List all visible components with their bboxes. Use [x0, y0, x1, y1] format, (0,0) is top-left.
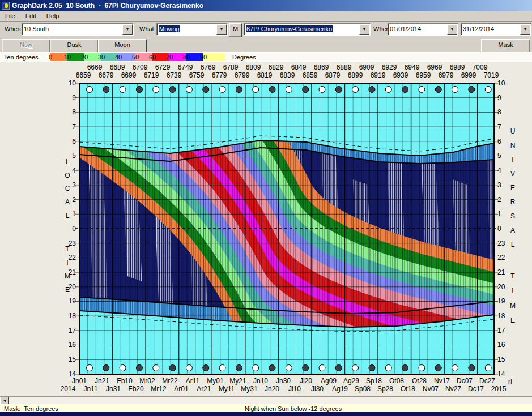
julian-date-label: 6929: [378, 64, 401, 71]
date-label: Ar01: [170, 385, 193, 393]
date-to-value: 31/12/2014: [461, 24, 520, 35]
what-value: Moving: [159, 25, 180, 32]
window-title: GraphDark 2.05 10 South - 67P/ Churyumov…: [12, 2, 203, 10]
object-combobox[interactable]: 67P/ Churyumov-Gerasimenko ▼: [244, 23, 371, 36]
julian-date-label: 6979: [435, 72, 457, 79]
julian-date-label: 6919: [367, 72, 389, 79]
menu-edit[interactable]: Edit: [20, 12, 41, 20]
horizontal-scrollbar[interactable]: ◄: [0, 396, 532, 404]
left-hour-axis: 10987654321023222120191817161514: [60, 79, 76, 378]
chevron-down-icon[interactable]: ▼: [520, 24, 530, 35]
julian-date-label: 6939: [389, 72, 412, 79]
chevron-down-icon[interactable]: ▼: [122, 24, 133, 35]
date-label: Sp08: [351, 385, 374, 393]
hour-label: 10: [60, 79, 76, 87]
where-label: Where: [5, 25, 23, 32]
julian-date-label: 6749: [174, 64, 197, 71]
julian-date-label: 6769: [197, 64, 219, 71]
date-label: Nv07: [419, 385, 442, 393]
button-row: Now Dusk Moon Mask: [0, 37, 532, 52]
hour-label: 17: [60, 327, 76, 334]
scale-tick: 80: [183, 54, 192, 61]
date-label: Fb20: [125, 385, 147, 393]
where-value: 10 South: [22, 24, 122, 35]
date-label: Ot28: [408, 378, 431, 385]
hour-label: 9: [60, 94, 76, 102]
hour-label: 18: [60, 312, 76, 320]
date-label: Jn20: [261, 385, 283, 393]
date-label: Sp18: [363, 378, 385, 385]
now-button[interactable]: Now: [2, 39, 50, 53]
date-label: Mr12: [147, 385, 170, 393]
date-from-value: 01/01/2014: [388, 24, 446, 35]
date-label: Nv27: [442, 385, 465, 393]
status-bar: Mask: Ten degrees Night when Sun below -…: [0, 404, 532, 413]
date-label: Ot08: [385, 378, 408, 385]
date-label: Dc27: [476, 378, 499, 385]
scale-tick: 90: [200, 54, 209, 61]
date-label: Mr02: [136, 378, 159, 385]
julian-date-label: 6969: [423, 64, 446, 71]
scale-tick: 10: [64, 54, 73, 61]
scale-tick: 40: [115, 54, 124, 61]
right-axis-title-time: T I M E: [509, 269, 517, 328]
julian-date-label: 6899: [344, 72, 367, 79]
scale-tick: 50: [132, 54, 141, 61]
chevron-down-icon[interactable]: ▼: [216, 24, 227, 35]
where-combobox[interactable]: 10 South ▼: [22, 23, 134, 36]
date-label: Jn10: [249, 378, 272, 385]
bottom-axis-row2: 2014Jn11Jn31Fb20Mr12Ar01Ar21My11My31Jn20…: [57, 385, 510, 393]
chevron-down-icon[interactable]: ▼: [359, 24, 369, 35]
hour-label: 16: [60, 341, 76, 349]
hour-label: 9: [497, 94, 513, 102]
rf-label: rf: [508, 378, 512, 385]
julian-date-label: 6889: [333, 64, 355, 71]
julian-date-label: 6949: [401, 64, 423, 71]
what-label: What: [139, 25, 154, 32]
left-axis-title-local: L O C A L: [63, 156, 71, 223]
hour-label: 22: [497, 254, 513, 261]
date-label: My21: [227, 378, 249, 385]
hour-label: 19: [60, 297, 76, 305]
menu-bar: File Edit Help: [0, 11, 532, 22]
chevron-down-icon[interactable]: ▼: [447, 24, 457, 35]
date-label: Jn21: [91, 378, 113, 385]
dusk-button[interactable]: Dusk: [50, 39, 99, 53]
darkness-altitude-plot[interactable]: [79, 83, 494, 374]
hour-label: 0: [60, 225, 76, 233]
bottom-axis-row1: Jn01Jn21Fb10Mr02Mr22Ar11My01My21Jn10Jn30…: [68, 378, 499, 385]
title-bar[interactable]: GraphDark 2.05 10 South - 67P/ Churyumov…: [0, 0, 532, 11]
date-label: Jn01: [68, 378, 91, 385]
scale-tick: 20: [81, 54, 90, 61]
date-to-combobox[interactable]: 31/12/2014 ▼: [461, 23, 531, 36]
hour-label: 6: [60, 138, 76, 145]
date-from-combobox[interactable]: 01/01/2014 ▼: [388, 23, 458, 36]
scale-unit-label: Degrees: [232, 54, 256, 61]
date-label: Jl10: [283, 385, 306, 393]
menu-help[interactable]: Help: [41, 12, 65, 20]
julian-date-label: 6779: [208, 72, 231, 79]
status-mask-text: Mask: Ten degrees: [4, 405, 58, 412]
status-night-text: Night when Sun below -12 degrees: [245, 405, 342, 412]
date-label: Ag19: [329, 385, 351, 393]
application-window: GraphDark 2.05 10 South - 67P/ Churyumov…: [0, 0, 532, 416]
moon-button[interactable]: Moon: [98, 39, 147, 53]
mask-button[interactable]: Mask: [481, 39, 530, 53]
julian-date-label: 6839: [276, 72, 299, 79]
julian-date-label: 6709: [129, 64, 151, 71]
date-label: Sp28: [374, 385, 397, 393]
date-label: Jl30: [306, 385, 329, 393]
scale-tick: 30: [98, 54, 107, 61]
date-label: Jn31: [102, 385, 125, 393]
what-combobox[interactable]: Moving ▼: [156, 23, 228, 36]
right-axis-title-universal: U N I V E R S A L: [509, 125, 517, 252]
date-label: Nv17: [431, 378, 453, 385]
menu-file[interactable]: File: [0, 12, 20, 20]
hour-label: 15: [497, 355, 513, 363]
scale-tick: 0: [49, 54, 58, 61]
m-button[interactable]: M: [229, 23, 242, 37]
date-label: My11: [215, 385, 238, 393]
julian-date-label: 6819: [253, 72, 276, 79]
date-label: Jl20: [295, 378, 317, 385]
date-label: Jn11: [79, 385, 102, 393]
